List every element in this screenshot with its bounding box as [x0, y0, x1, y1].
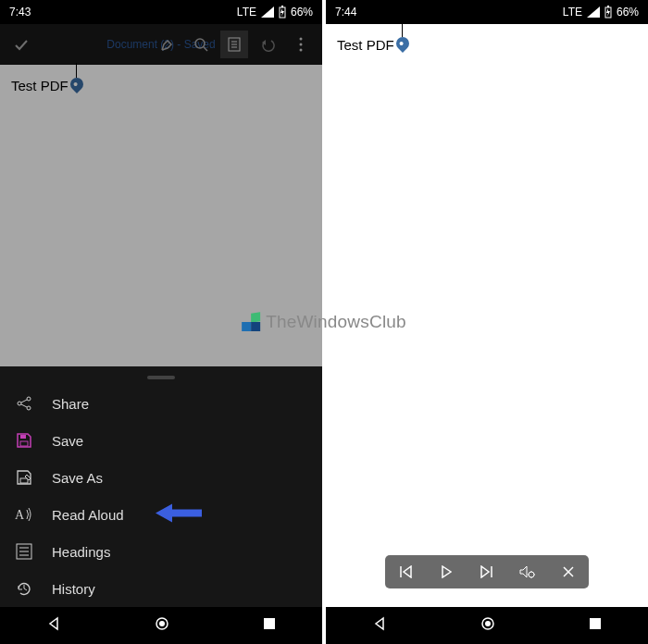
svg-marker-37 — [404, 566, 411, 577]
view-mode-button[interactable] — [220, 31, 248, 58]
svg-rect-31 — [264, 618, 275, 629]
menu-label: Read Aloud — [52, 507, 124, 523]
svg-rect-34 — [607, 6, 609, 7]
svg-line-5 — [204, 47, 207, 51]
svg-point-30 — [159, 621, 165, 626]
svg-point-11 — [300, 38, 303, 41]
document-area[interactable]: Test PDF — [0, 65, 322, 366]
svg-point-4 — [195, 39, 205, 48]
text-cursor[interactable] — [70, 78, 83, 94]
menu-item-read-aloud[interactable]: A Read Aloud — [0, 496, 322, 533]
status-battery: 66% — [617, 6, 639, 19]
svg-marker-49 — [376, 618, 383, 629]
play-icon — [441, 565, 452, 578]
svg-marker-38 — [442, 566, 451, 577]
menu-label: History — [52, 581, 95, 597]
svg-point-15 — [27, 397, 31, 401]
more-icon — [299, 37, 303, 52]
undo-button[interactable] — [254, 31, 281, 58]
svg-point-13 — [300, 49, 303, 52]
svg-point-14 — [18, 402, 21, 405]
svg-marker-0 — [261, 6, 274, 18]
status-time: 7:44 — [335, 6, 356, 19]
svg-rect-20 — [20, 435, 26, 439]
menu-label: Save As — [52, 470, 103, 486]
nav-bar — [326, 607, 648, 644]
read-aloud-icon: A — [15, 505, 33, 524]
play-button[interactable] — [432, 558, 460, 586]
highlight-arrow — [156, 502, 202, 527]
svg-point-51 — [485, 621, 491, 626]
left-body: Document (2) - Saved Test PDF — [0, 24, 322, 607]
menu-label: Share — [52, 396, 89, 412]
status-battery: 66% — [291, 6, 313, 19]
page-icon — [228, 37, 241, 52]
svg-rect-52 — [590, 618, 601, 629]
svg-point-12 — [300, 43, 303, 46]
svg-marker-32 — [587, 6, 600, 18]
document-area[interactable]: Test PDF — [326, 24, 648, 67]
speaker-settings-icon — [519, 564, 536, 579]
svg-marker-35 — [606, 8, 610, 17]
search-button[interactable] — [187, 31, 215, 58]
svg-rect-2 — [281, 6, 283, 7]
svg-rect-19 — [20, 441, 28, 446]
status-right: LTE 66% — [563, 6, 639, 19]
prev-icon — [398, 565, 413, 578]
svg-marker-23 — [156, 504, 202, 523]
svg-marker-41 — [520, 566, 527, 577]
document-text: Test PDF — [11, 78, 69, 93]
menu-item-save[interactable]: Save — [0, 422, 322, 459]
search-icon — [193, 37, 208, 52]
prev-button[interactable] — [392, 558, 419, 586]
share-icon — [15, 394, 33, 413]
nav-bar — [0, 607, 322, 644]
close-icon — [563, 566, 574, 577]
menu-item-saveas[interactable]: Save As — [0, 459, 322, 496]
text-cursor[interactable] — [396, 37, 409, 54]
pen-icon — [160, 37, 175, 52]
history-icon — [15, 579, 33, 598]
svg-marker-39 — [481, 566, 489, 577]
save-icon — [15, 431, 33, 450]
status-right: LTE 66% — [237, 6, 313, 19]
status-network: LTE — [563, 6, 582, 19]
nav-home[interactable] — [480, 616, 495, 635]
menu-label: Headings — [52, 544, 110, 560]
nav-back[interactable] — [372, 616, 387, 635]
left-phone: 7:43 LTE 66% Document (2) - Saved — [0, 0, 322, 644]
settings-button[interactable] — [514, 558, 542, 586]
status-bar: 7:43 LTE 66% — [0, 0, 322, 24]
nav-recents[interactable] — [589, 617, 602, 634]
svg-point-16 — [27, 406, 31, 410]
menu-label: Save — [52, 433, 83, 449]
draw-button[interactable] — [154, 31, 181, 58]
svg-marker-3 — [280, 8, 284, 17]
done-button[interactable] — [7, 31, 35, 58]
document-text: Test PDF — [337, 37, 394, 53]
right-body: Test PDF — [326, 24, 648, 607]
next-button[interactable] — [473, 558, 501, 586]
undo-icon — [260, 37, 275, 52]
battery-icon — [604, 6, 612, 19]
battery-icon — [279, 6, 286, 19]
close-button[interactable] — [555, 558, 582, 586]
check-icon — [13, 36, 30, 53]
status-network: LTE — [237, 6, 256, 19]
more-button[interactable] — [287, 31, 315, 58]
headings-icon — [15, 542, 33, 561]
svg-line-18 — [21, 404, 27, 407]
svg-line-17 — [21, 400, 27, 402]
menu-item-headings[interactable]: Headings — [0, 533, 322, 570]
svg-text:A: A — [15, 508, 25, 522]
next-icon — [480, 565, 494, 578]
svg-point-42 — [529, 572, 534, 577]
nav-back[interactable] — [46, 616, 61, 635]
menu-item-share[interactable]: Share — [0, 385, 322, 422]
nav-home[interactable] — [155, 616, 169, 635]
status-bar: 7:44 LTE 66% — [326, 0, 648, 24]
nav-recents[interactable] — [263, 617, 276, 634]
status-time: 7:43 — [9, 6, 31, 19]
menu-item-history[interactable]: History — [0, 570, 322, 607]
sheet-handle[interactable] — [147, 376, 175, 379]
